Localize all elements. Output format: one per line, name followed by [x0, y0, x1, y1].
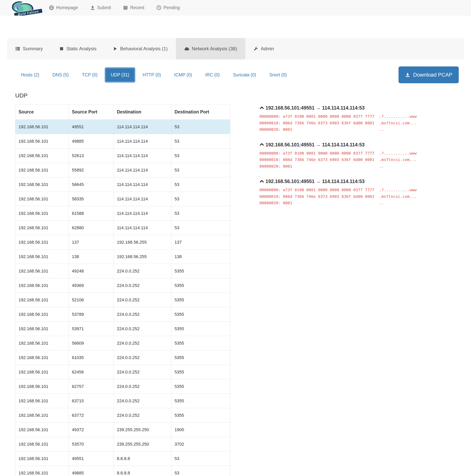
- table-row[interactable]: 192.168.56.10152106224.0.0.2525355: [16, 293, 230, 307]
- packet-header[interactable]: 192.168.56.101:49551 → 114.114.114.114:5…: [260, 142, 459, 148]
- table-row[interactable]: 192.168.56.10156645114.114.114.11453: [16, 177, 230, 192]
- col-header-destination: Destination: [114, 104, 171, 120]
- nav-link-submit[interactable]: Submit: [90, 5, 111, 10]
- cell-destination: 224.0.0.252: [114, 379, 171, 394]
- cell-destination: 114.114.114.114: [114, 192, 171, 206]
- subtab-icmp[interactable]: ICMP (0): [168, 68, 198, 83]
- subtab-http[interactable]: HTTP (0): [137, 68, 167, 83]
- cell-source: 192.168.56.101: [16, 307, 69, 322]
- packet-block: 192.168.56.101:49551 → 114.114.114.114:5…: [260, 179, 459, 206]
- table-row[interactable]: 192.168.56.10149551114.114.114.11453: [16, 120, 230, 134]
- cell-destination-port: 53: [171, 466, 230, 476]
- cell-source: 192.168.56.101: [16, 408, 69, 423]
- packet-header[interactable]: 192.168.56.101:49551 → 114.114.114.114:5…: [260, 179, 459, 184]
- col-header-destination-port: Destination Port: [171, 104, 230, 120]
- cell-destination-port: 3702: [171, 437, 230, 451]
- download-pcap-button[interactable]: Download PCAP: [399, 67, 459, 83]
- table-row[interactable]: 192.168.56.101495518.8.8.853: [16, 451, 230, 466]
- subtab-tcp[interactable]: TCP (0): [76, 68, 103, 83]
- nav-link-pending[interactable]: Pending: [156, 5, 180, 10]
- cell-source: 192.168.56.101: [16, 134, 69, 149]
- table-row[interactable]: 192.168.56.101138192.168.56.255138: [16, 250, 230, 264]
- brand-logo[interactable]: Bold Falcon: [9, 1, 44, 16]
- subtab-dns[interactable]: DNS (5): [47, 68, 74, 83]
- table-row[interactable]: 192.168.56.101498858.8.8.853: [16, 466, 230, 476]
- cell-destination: 192.168.56.255: [114, 250, 171, 264]
- tab-admin[interactable]: Admin: [245, 38, 282, 59]
- download-icon: [405, 72, 410, 78]
- tab-label: Static Analysis: [66, 46, 97, 51]
- table-row[interactable]: 192.168.56.10149369224.0.0.2525355: [16, 278, 230, 293]
- tab-behavioral-analysis[interactable]: Behavioral Analysis (1): [105, 38, 176, 59]
- tab-network-analysis[interactable]: Network Analysis (38): [176, 38, 245, 59]
- cell-destination: 224.0.0.252: [114, 336, 171, 350]
- cell-source-port: 56645: [69, 177, 114, 192]
- subtab-hosts[interactable]: Hosts (2): [15, 68, 45, 83]
- table-row[interactable]: 192.168.56.10152613114.114.114.11453: [16, 149, 230, 163]
- cell-source-port: 63715: [69, 394, 114, 408]
- packet-header-text: 192.168.56.101:49551 → 114.114.114.114:5…: [265, 179, 365, 184]
- table-row[interactable]: 192.168.56.10149372239.255.255.2501900: [16, 423, 230, 437]
- table-row[interactable]: 192.168.56.101137192.168.56.255137: [16, 235, 230, 250]
- square-icon: [59, 46, 64, 51]
- table-row[interactable]: 192.168.56.10161035224.0.0.2525355: [16, 350, 230, 365]
- table-row[interactable]: 192.168.56.10153789224.0.0.2525355: [16, 307, 230, 322]
- subtab-udp[interactable]: UDP (31): [105, 68, 135, 83]
- table-row[interactable]: 192.168.56.10162880114.114.114.11453: [16, 221, 230, 235]
- table-row[interactable]: 192.168.56.10149248224.0.0.2525355: [16, 264, 230, 278]
- cell-destination-port: 5355: [171, 379, 230, 394]
- cell-source-port: 63772: [69, 408, 114, 423]
- cell-source-port: 49372: [69, 423, 114, 437]
- table-row[interactable]: 192.168.56.10162757224.0.0.2525355: [16, 379, 230, 394]
- cell-source-port: 62456: [69, 365, 114, 379]
- packet-hexdump: 00000000: a73f 0100 0001 0000 0000 0000 …: [260, 187, 459, 206]
- nav-link-recent[interactable]: Recent: [123, 5, 144, 10]
- nav-link-label: Submit: [97, 5, 111, 10]
- cell-source-port: 49551: [69, 451, 114, 466]
- cell-destination: 224.0.0.252: [114, 365, 171, 379]
- table-row[interactable]: 192.168.56.10153570239.255.255.2503702: [16, 437, 230, 451]
- cell-source: 192.168.56.101: [16, 423, 69, 437]
- tab-static-analysis[interactable]: Static Analysis: [51, 38, 105, 59]
- cell-destination: 239.255.255.250: [114, 423, 171, 437]
- table-row[interactable]: 192.168.56.10163715224.0.0.2525355: [16, 394, 230, 408]
- subtab-snort[interactable]: Snort (0): [263, 68, 292, 83]
- cell-destination-port: 5355: [171, 408, 230, 423]
- subtab-irc[interactable]: IRC (0): [199, 68, 226, 83]
- cell-destination: 224.0.0.252: [114, 307, 171, 322]
- table-row[interactable]: 192.168.56.10156609224.0.0.2525355: [16, 336, 230, 350]
- udp-table-body: 192.168.56.10149551114.114.114.11453192.…: [16, 120, 230, 476]
- table-row[interactable]: 192.168.56.10162456224.0.0.2525355: [16, 365, 230, 379]
- cell-destination: 224.0.0.252: [114, 322, 171, 336]
- cell-source: 192.168.56.101: [16, 466, 69, 476]
- cell-source: 192.168.56.101: [16, 437, 69, 451]
- cell-destination-port: 5355: [171, 293, 230, 307]
- table-row[interactable]: 192.168.56.10149885114.114.114.11453: [16, 134, 230, 149]
- cell-source-port: 52106: [69, 293, 114, 307]
- table-row[interactable]: 192.168.56.10161588114.114.114.11453: [16, 206, 230, 221]
- tab-summary[interactable]: Summary: [7, 38, 51, 59]
- cell-source-port: 49551: [69, 120, 114, 134]
- cell-source: 192.168.56.101: [16, 235, 69, 250]
- table-row[interactable]: 192.168.56.10158335114.114.114.11453: [16, 192, 230, 206]
- cell-destination: 239.255.255.250: [114, 437, 171, 451]
- packet-header[interactable]: 192.168.56.101:49551 → 114.114.114.114:5…: [260, 105, 459, 111]
- play-icon: [113, 46, 117, 51]
- tab-label: Admin: [261, 46, 274, 51]
- table-row[interactable]: 192.168.56.10163772224.0.0.2525355: [16, 408, 230, 423]
- nav-link-homepage[interactable]: Homepage: [49, 5, 78, 10]
- analysis-tabbar: Summary Static Analysis Behavioral Analy…: [7, 38, 464, 59]
- table-row[interactable]: 192.168.56.10153971224.0.0.2525355: [16, 322, 230, 336]
- nav-link-label: Pending: [163, 5, 180, 10]
- cell-source-port: 49885: [69, 466, 114, 476]
- cell-source-port: 53570: [69, 437, 114, 451]
- table-row[interactable]: 192.168.56.10155892114.114.114.11453: [16, 163, 230, 177]
- cell-source-port: 49369: [69, 278, 114, 293]
- download-pcap-label: Download PCAP: [413, 72, 452, 78]
- cell-destination-port: 53: [171, 221, 230, 235]
- navbar: Bold Falcon Homepage Submit: [0, 0, 471, 15]
- subtab-suricata[interactable]: Suricata (0): [227, 68, 262, 83]
- chevron-up-icon: [260, 106, 264, 110]
- cell-destination-port: 53: [171, 192, 230, 206]
- cell-destination: 114.114.114.114: [114, 221, 171, 235]
